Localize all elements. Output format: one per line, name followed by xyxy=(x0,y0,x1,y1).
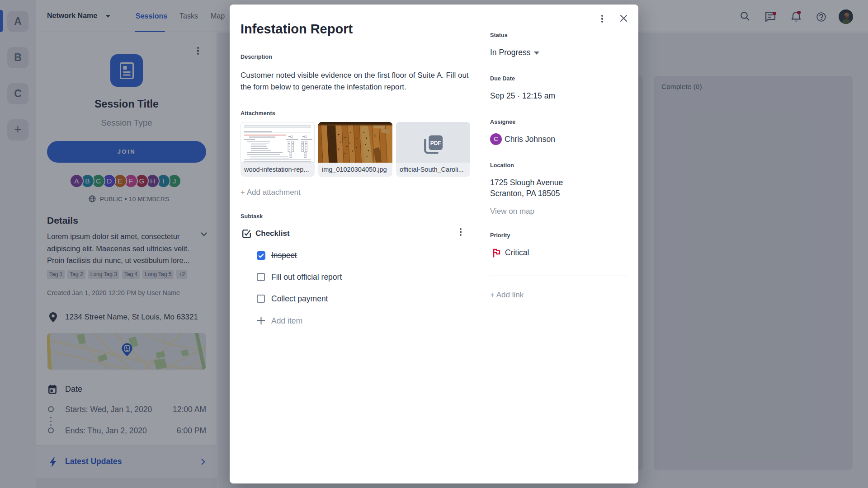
svg-text:PDF: PDF xyxy=(430,140,441,146)
